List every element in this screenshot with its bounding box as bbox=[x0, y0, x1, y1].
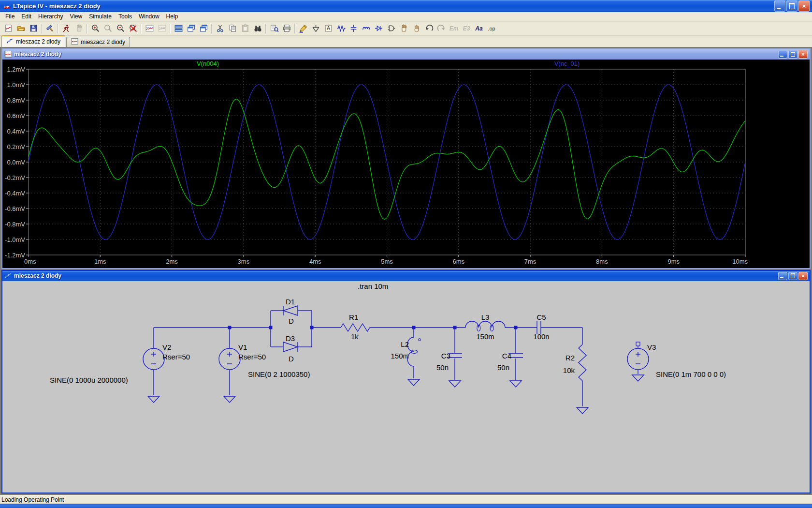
waveform-window-icon bbox=[4, 50, 12, 58]
trace-label[interactable]: V(n004) bbox=[197, 60, 219, 67]
run-button[interactable] bbox=[60, 22, 72, 35]
print-button[interactable] bbox=[280, 22, 293, 35]
resistor-symbol[interactable] bbox=[579, 344, 586, 381]
waveform-maximize-button[interactable] bbox=[788, 50, 798, 59]
diode-symbol[interactable] bbox=[283, 306, 298, 315]
component-button[interactable] bbox=[385, 22, 397, 35]
zoom-out-button[interactable] bbox=[114, 22, 127, 35]
voltage-source[interactable] bbox=[627, 348, 649, 370]
waveform-close-button[interactable]: × bbox=[798, 50, 808, 59]
move-button[interactable] bbox=[397, 22, 410, 35]
plot-settings-button bbox=[156, 22, 168, 35]
menu-help[interactable]: Help bbox=[163, 12, 182, 21]
diode-button[interactable] bbox=[372, 22, 385, 35]
schematic-window-titlebar[interactable]: mieszacz 2 diody × bbox=[2, 271, 810, 281]
menu-simulate[interactable]: Simulate bbox=[86, 12, 115, 21]
inductor-button[interactable] bbox=[360, 22, 372, 35]
ground-symbol bbox=[632, 375, 644, 381]
menu-view[interactable]: View bbox=[66, 12, 86, 21]
tab-waveform[interactable]: mieszacz 2 diody bbox=[66, 37, 130, 47]
schematic-label: R2 bbox=[566, 354, 575, 362]
ground-button[interactable] bbox=[309, 22, 322, 35]
plus-sign bbox=[151, 352, 156, 357]
x-axis-tick: 3ms bbox=[238, 258, 250, 265]
wire-junction bbox=[228, 326, 232, 329]
zoom-full-extents-button[interactable] bbox=[127, 22, 139, 35]
toolbar-separator bbox=[58, 24, 58, 33]
undo-button[interactable] bbox=[422, 22, 435, 35]
schematic-close-button[interactable]: × bbox=[798, 272, 808, 280]
wire-junction bbox=[453, 326, 457, 329]
y-axis-tick: -0.8mV bbox=[5, 220, 25, 227]
wire-junction bbox=[514, 326, 518, 329]
schematic-minimize-button[interactable] bbox=[778, 272, 787, 280]
capacitor-button[interactable] bbox=[347, 22, 360, 35]
spice-directive-button[interactable]: .op bbox=[485, 22, 498, 35]
tile-windows-button[interactable] bbox=[172, 22, 185, 35]
schematic-maximize-button[interactable] bbox=[788, 272, 798, 280]
inductor-symbol[interactable] bbox=[465, 321, 505, 328]
node-marker bbox=[636, 342, 640, 346]
copy-button[interactable] bbox=[226, 22, 239, 35]
schematic-label: Rser=50 bbox=[162, 353, 190, 361]
toolbar-separator bbox=[294, 24, 295, 33]
trace-label[interactable]: V(nc_01) bbox=[554, 60, 580, 67]
close-button[interactable]: × bbox=[798, 0, 810, 12]
find-button[interactable] bbox=[251, 22, 264, 35]
title-bar[interactable]: LTspice IV - mieszacz 2 diody × bbox=[0, 0, 812, 12]
schematic-label: 150m bbox=[476, 332, 494, 341]
new-schematic-button[interactable] bbox=[2, 22, 14, 35]
waveform-minimize-button[interactable] bbox=[778, 50, 787, 59]
redo-button bbox=[435, 22, 448, 35]
label-net-button[interactable]: A bbox=[322, 22, 334, 35]
resistor-symbol[interactable] bbox=[341, 324, 370, 331]
minimize-button[interactable] bbox=[774, 0, 785, 12]
tab-schematic[interactable]: mieszacz 2 diody bbox=[1, 35, 65, 47]
menu-edit[interactable]: Edit bbox=[18, 12, 35, 21]
x-axis-tick: 10ms bbox=[732, 258, 748, 265]
schematic-label: D3 bbox=[286, 334, 295, 343]
schematic-canvas[interactable]: .tran 10mD1DD3DV2Rser=50V1Rser=50SINE(0 … bbox=[2, 281, 810, 493]
diode-symbol[interactable] bbox=[283, 342, 298, 352]
waveform-plot-area[interactable]: 1.2mV1.0mV0.8mV0.6mV0.4mV0.2mV0.0mV-0.2m… bbox=[2, 60, 810, 268]
schematic-label: 10k bbox=[563, 366, 575, 374]
voltage-source[interactable] bbox=[143, 348, 164, 370]
arrange-windows-button[interactable] bbox=[197, 22, 210, 35]
save-button[interactable] bbox=[27, 22, 40, 35]
menu-window[interactable]: Window bbox=[135, 12, 163, 21]
x-axis-tick: 8ms bbox=[596, 258, 608, 265]
schematic-window: mieszacz 2 diody × .tran 10mD1DD3DV2Rser… bbox=[1, 270, 811, 493]
y-axis-tick: 1.2mV bbox=[7, 65, 25, 73]
toolbar-separator bbox=[170, 24, 171, 33]
wire-button[interactable] bbox=[297, 22, 309, 35]
menu-hierarchy[interactable]: Hierarchy bbox=[35, 12, 66, 21]
text-button[interactable]: Aa bbox=[473, 22, 485, 35]
schematic-window-icon bbox=[4, 272, 12, 280]
y-axis-tick: 0.2mV bbox=[7, 143, 25, 150]
drag-button[interactable] bbox=[410, 22, 422, 35]
cut-button[interactable] bbox=[214, 22, 226, 35]
resistor-button[interactable] bbox=[334, 22, 347, 35]
open-button[interactable] bbox=[14, 22, 27, 35]
waveform-plot[interactable]: 1.2mV1.0mV0.8mV0.6mV0.4mV0.2mV0.0mV-0.2m… bbox=[2, 60, 810, 268]
schematic-label: 50n bbox=[497, 363, 509, 372]
maximize-button[interactable] bbox=[786, 0, 798, 12]
schematic-label: C3 bbox=[441, 352, 450, 360]
waveform-window-title: mieszacz 2 diody bbox=[14, 51, 778, 58]
zoom-in-button[interactable] bbox=[89, 22, 102, 35]
menu-tools[interactable]: Tools bbox=[115, 12, 135, 21]
schematic-window-title: mieszacz 2 diody bbox=[14, 272, 778, 279]
waveform-tab-icon bbox=[71, 38, 78, 46]
menu-file[interactable]: File bbox=[2, 12, 18, 21]
print-preview-button[interactable] bbox=[268, 22, 280, 35]
ground-symbol bbox=[510, 381, 522, 387]
toolbar: AEmE3Aa.op bbox=[0, 22, 812, 36]
x-axis-tick: 6ms bbox=[453, 258, 465, 265]
cascade-windows-button[interactable] bbox=[185, 22, 197, 35]
control-panel-button[interactable] bbox=[44, 22, 56, 35]
x-axis-tick: 9ms bbox=[667, 258, 680, 265]
waveform-window-titlebar[interactable]: mieszacz 2 diody × bbox=[2, 49, 810, 60]
voltage-source[interactable] bbox=[219, 348, 240, 370]
ground-symbol bbox=[577, 407, 588, 414]
autorange-y-button[interactable] bbox=[143, 22, 156, 35]
